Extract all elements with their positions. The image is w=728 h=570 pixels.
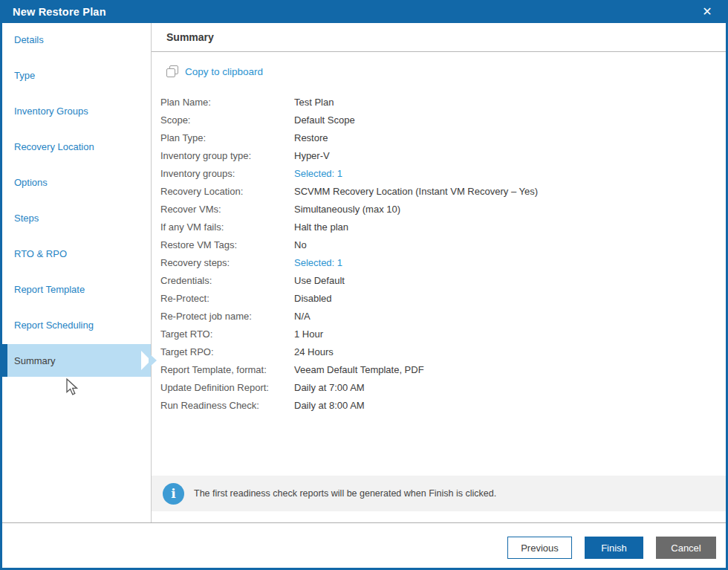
previous-button[interactable]: Previous	[507, 537, 572, 559]
summary-row: Re-Protect:Disabled	[160, 289, 726, 307]
summary-row: Recovery Location:SCVMM Recovery Locatio…	[160, 182, 726, 200]
summary-row-value: Simultaneously (max 10)	[294, 204, 400, 215]
dialog-footer: Previous Finish Cancel	[2, 522, 726, 568]
summary-row-value: Daily at 7:00 AM	[294, 382, 365, 393]
sidebar-item-recovery-location[interactable]: Recovery Location	[2, 130, 151, 163]
summary-row: Target RPO:24 Hours	[160, 343, 726, 360]
summary-row-label: Plan Name:	[160, 97, 294, 108]
close-icon[interactable]: ✕	[699, 4, 715, 20]
summary-row-label: Target RPO:	[160, 346, 294, 357]
new-restore-plan-dialog: New Restore Plan ✕ DetailsTypeInventory …	[0, 0, 728, 570]
summary-row-label: Recovery Location:	[160, 186, 294, 197]
copy-to-clipboard-button[interactable]: Copy to clipboard	[166, 65, 263, 77]
info-icon: i	[163, 483, 184, 505]
summary-row: Re-Protect job name:N/A	[160, 307, 726, 325]
summary-row-label: Inventory group type:	[160, 150, 294, 161]
sidebar-item-rto-rpo[interactable]: RTO & RPO	[2, 237, 151, 270]
summary-row: If any VM fails:Halt the plan	[160, 218, 726, 236]
summary-row-value: Test Plan	[294, 97, 334, 108]
summary-row-label: Update Definition Report:	[160, 382, 294, 393]
summary-row-label: Scope:	[160, 114, 294, 126]
titlebar: New Restore Plan ✕	[0, 0, 728, 23]
page-title: Summary	[152, 23, 726, 52]
sidebar-item-report-scheduling[interactable]: Report Scheduling	[2, 308, 151, 341]
summary-row-value: Default Scope	[294, 114, 355, 126]
cancel-button[interactable]: Cancel	[656, 537, 716, 559]
summary-row: Recovery steps:Selected: 1	[160, 253, 726, 271]
summary-row-value: SCVMM Recovery Location (Instant VM Reco…	[294, 186, 538, 197]
sidebar-item-steps[interactable]: Steps	[2, 201, 151, 234]
summary-row-label: Plan Type:	[160, 132, 294, 143]
sidebar-item-report-template[interactable]: Report Template	[2, 273, 151, 305]
summary-row: Run Readiness Check:Daily at 8:00 AM	[160, 396, 726, 414]
summary-row-value: 1 Hour	[294, 328, 323, 340]
summary-row-value: Veeam Default Template, PDF	[294, 364, 424, 375]
sidebar-item-inventory-groups[interactable]: Inventory Groups	[2, 94, 151, 127]
sidebar-item-type[interactable]: Type	[2, 59, 151, 91]
summary-row: Report Template, format:Veeam Default Te…	[160, 360, 726, 378]
summary-row: Plan Name:Test Plan	[160, 93, 726, 111]
sidebar-nav: DetailsTypeInventory GroupsRecovery Loca…	[2, 23, 151, 377]
summary-row-label: Restore VM Tags:	[160, 239, 294, 250]
summary-row-value-link[interactable]: Selected: 1	[294, 257, 342, 268]
summary-row-label: Target RTO:	[160, 328, 294, 340]
summary-row-value: Use Default	[294, 275, 345, 286]
summary-row: Restore VM Tags:No	[160, 236, 726, 253]
sidebar-item-details[interactable]: Details	[2, 23, 151, 56]
summary-row: Target RTO:1 Hour	[160, 325, 726, 343]
copy-icon	[166, 65, 178, 77]
summary-row-label: Recover VMs:	[160, 204, 294, 215]
summary-row-label: Inventory groups:	[160, 168, 294, 179]
dialog-title: New Restore Plan	[13, 6, 106, 18]
info-banner: i The first readiness check reports will…	[152, 476, 726, 511]
summary-row-value: Daily at 8:00 AM	[294, 400, 365, 411]
summary-row-value-link[interactable]: Selected: 1	[294, 168, 342, 179]
sidebar-item-options[interactable]: Options	[2, 166, 151, 198]
summary-rows: Plan Name:Test PlanScope:Default ScopePl…	[152, 93, 726, 414]
dialog-body: DetailsTypeInventory GroupsRecovery Loca…	[2, 23, 726, 522]
info-banner-text: The first readiness check reports will b…	[194, 488, 496, 499]
finish-button[interactable]: Finish	[585, 537, 643, 559]
summary-row-label: Re-Protect:	[160, 293, 294, 304]
summary-row-label: Recovery steps:	[160, 257, 294, 268]
summary-row: Recover VMs:Simultaneously (max 10)	[160, 200, 726, 218]
summary-row-label: If any VM fails:	[160, 221, 294, 233]
sidebar-item-summary[interactable]: Summary	[2, 344, 151, 377]
summary-page: Summary Copy to clipboard Plan Name:Test…	[152, 23, 726, 522]
summary-row: Update Definition Report:Daily at 7:00 A…	[160, 378, 726, 396]
summary-row-label: Report Template, format:	[160, 364, 294, 375]
summary-row-value: Hyper-V	[294, 150, 330, 161]
summary-row: Scope:Default Scope	[160, 111, 726, 129]
summary-row-label: Re-Protect job name:	[160, 311, 294, 322]
summary-row-label: Run Readiness Check:	[160, 400, 294, 411]
summary-row-value: N/A	[294, 311, 311, 322]
summary-row-value: Restore	[294, 132, 328, 143]
summary-row-label: Credentials:	[160, 275, 294, 286]
summary-row-value: No	[294, 239, 307, 250]
summary-row: Plan Type:Restore	[160, 129, 726, 146]
summary-row-value: Disabled	[294, 293, 332, 304]
summary-row: Inventory group type:Hyper-V	[160, 146, 726, 164]
summary-row-value: 24 Hours	[294, 346, 334, 357]
summary-row: Credentials:Use Default	[160, 271, 726, 289]
summary-row-value: Halt the plan	[294, 221, 348, 233]
summary-row: Inventory groups:Selected: 1	[160, 164, 726, 182]
copy-to-clipboard-label: Copy to clipboard	[185, 66, 263, 77]
wizard-sidebar: DetailsTypeInventory GroupsRecovery Loca…	[2, 23, 152, 522]
